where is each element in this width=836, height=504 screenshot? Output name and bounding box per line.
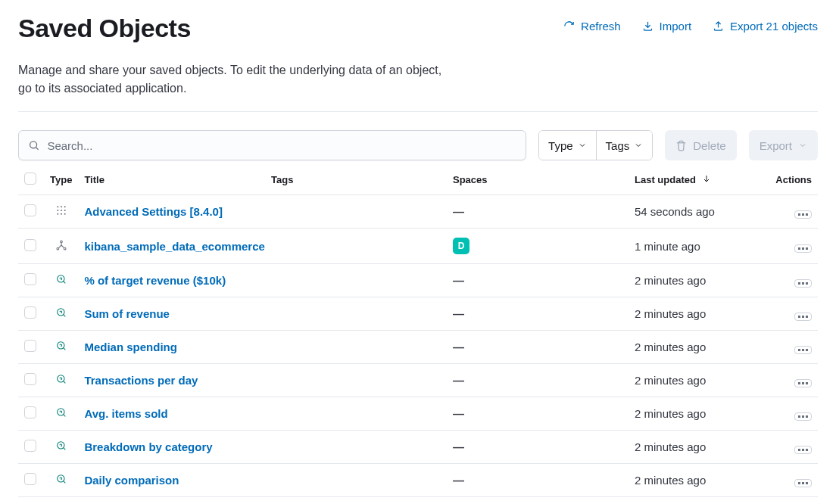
import-label: Import [660, 20, 692, 33]
last-updated: 2 minutes ago [629, 397, 765, 431]
search-input-wrap[interactable] [18, 130, 526, 160]
select-all-checkbox[interactable] [24, 173, 36, 185]
svg-point-7 [57, 213, 58, 215]
row-checkbox[interactable] [24, 473, 36, 485]
row-actions-button[interactable] [794, 412, 812, 421]
svg-point-12 [64, 247, 66, 250]
table-row: Breakdown by category—2 minutes ago [18, 431, 818, 464]
svg-point-10 [60, 241, 62, 243]
svg-point-15 [57, 342, 64, 349]
svg-point-4 [57, 210, 58, 211]
row-checkbox[interactable] [24, 373, 36, 385]
svg-point-5 [61, 210, 62, 211]
object-title-link[interactable]: Sum of revenue [84, 307, 170, 320]
object-title-link[interactable]: Transactions per day [84, 374, 198, 387]
tags-filter[interactable]: Tags [596, 131, 653, 160]
object-title-link[interactable]: % of target revenue ($10k) [84, 274, 226, 287]
type-icon [55, 306, 67, 319]
filter-group: Type Tags [538, 130, 653, 160]
object-title-link[interactable]: Daily comparison [84, 474, 179, 487]
row-checkbox[interactable] [24, 340, 36, 352]
svg-point-16 [57, 375, 64, 382]
export-all-button[interactable]: Export 21 objects [713, 20, 818, 33]
row-actions-button[interactable] [794, 279, 812, 288]
last-updated: 54 seconds ago [629, 195, 765, 229]
table-row: Avg. items sold—2 minutes ago [18, 397, 818, 431]
type-icon [55, 373, 67, 385]
row-actions-button[interactable] [794, 479, 812, 487]
space-none: — [453, 307, 464, 320]
row-checkbox[interactable] [24, 239, 36, 251]
table-row: Daily comparison—2 minutes ago [18, 464, 818, 497]
table-row: Top products this week—2 minutes ago [18, 497, 818, 505]
space-none: — [453, 274, 464, 287]
type-icon [55, 340, 67, 352]
object-title-link[interactable]: Median spending [84, 341, 177, 353]
svg-point-18 [57, 442, 64, 449]
last-updated: 2 minutes ago [629, 497, 765, 505]
row-actions-button[interactable] [794, 210, 812, 219]
col-tags[interactable]: Tags [265, 166, 447, 195]
row-actions-button[interactable] [794, 244, 812, 253]
svg-point-13 [57, 275, 64, 282]
page-title: Saved Objects [18, 14, 191, 43]
tags-filter-label: Tags [606, 139, 630, 152]
space-none: — [453, 341, 464, 353]
type-icon [55, 440, 67, 452]
space-none: — [453, 440, 464, 453]
row-checkbox[interactable] [24, 440, 36, 452]
last-updated: 2 minutes ago [629, 464, 765, 497]
search-input[interactable] [45, 138, 516, 153]
row-checkbox[interactable] [24, 273, 36, 285]
export-icon [713, 20, 724, 32]
last-updated: 2 minutes ago [629, 331, 765, 364]
type-filter[interactable]: Type [539, 131, 596, 160]
table-row: Sum of revenue—2 minutes ago [18, 297, 818, 331]
svg-point-3 [64, 206, 65, 207]
col-last-updated[interactable]: Last updated [629, 166, 765, 195]
row-checkbox[interactable] [24, 306, 36, 319]
row-checkbox[interactable] [24, 204, 36, 216]
col-title[interactable]: Title [78, 166, 265, 195]
type-icon [55, 204, 67, 216]
table-row: % of target revenue ($10k)—2 minutes ago [18, 264, 818, 297]
svg-point-8 [61, 213, 62, 215]
refresh-icon [563, 20, 575, 32]
object-title-link[interactable]: Breakdown by category [84, 440, 212, 453]
svg-point-1 [57, 206, 58, 207]
import-button[interactable]: Import [642, 20, 692, 33]
object-title-link[interactable]: kibana_sample_data_ecommerce [84, 240, 264, 253]
row-actions-button[interactable] [794, 446, 812, 454]
space-none: — [453, 374, 464, 387]
sort-desc-icon [702, 174, 711, 183]
space-badge[interactable]: D [453, 238, 469, 254]
row-actions-button[interactable] [794, 346, 812, 354]
col-spaces[interactable]: Spaces [447, 166, 629, 195]
object-title-link[interactable]: Avg. items sold [84, 407, 167, 420]
col-type[interactable]: Type [44, 166, 78, 195]
export-all-label: Export 21 objects [730, 20, 818, 33]
row-checkbox[interactable] [24, 406, 36, 418]
last-updated: 2 minutes ago [629, 431, 765, 464]
svg-point-6 [64, 210, 65, 211]
space-none: — [453, 407, 464, 420]
refresh-button[interactable]: Refresh [563, 20, 621, 33]
export-selected-button: Export [749, 130, 818, 160]
saved-objects-table: Type Title Tags Spaces Last updated Acti… [18, 166, 818, 504]
trash-icon [675, 140, 687, 151]
export-selected-label: Export [760, 139, 792, 152]
header-actions: Refresh Import Export 21 objects [563, 14, 818, 33]
chevron-down-icon [578, 141, 587, 150]
table-row: kibana_sample_data_ecommerceD1 minute ag… [18, 229, 818, 264]
space-none: — [453, 474, 464, 487]
page-description: Manage and share your saved objects. To … [18, 61, 442, 98]
svg-point-9 [64, 213, 65, 215]
chevron-down-icon [798, 141, 807, 150]
refresh-label: Refresh [581, 20, 621, 33]
type-icon [55, 473, 67, 485]
row-actions-button[interactable] [794, 379, 812, 387]
type-icon [55, 239, 67, 251]
object-title-link[interactable]: Advanced Settings [8.4.0] [84, 205, 223, 218]
row-actions-button[interactable] [794, 313, 812, 321]
space-none: — [453, 205, 464, 218]
